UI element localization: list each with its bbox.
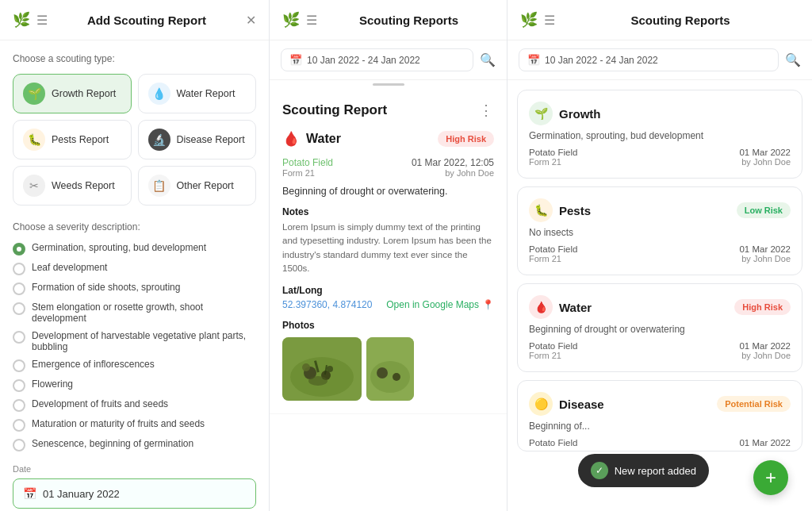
water-label: Water Report	[177, 88, 236, 99]
open-maps-text: Open in Google Maps	[386, 299, 479, 310]
severity-label: Choose a severity description:	[13, 221, 256, 232]
right-search-icon[interactable]: 🔍	[785, 52, 801, 67]
radio-item-2[interactable]: Formation of side shoots, sprouting	[13, 282, 256, 295]
water-meta: Potato Field Form 21 01 Mar 2022 by John…	[529, 341, 791, 360]
middle-menu-icon[interactable]: ☰	[306, 13, 317, 28]
choose-type-label: Choose a scouting type:	[13, 53, 256, 64]
field-sub: Form 21	[282, 168, 333, 178]
left-close-icon[interactable]: ✕	[246, 13, 256, 28]
list-item-growth[interactable]: 🌱 Growth Germination, sprouting, bud dev…	[517, 90, 802, 179]
middle-search-icon[interactable]: 🔍	[480, 52, 496, 67]
coordinates[interactable]: 52.397360, 4.874120	[282, 299, 372, 310]
date-input[interactable]: 📅 01 January 2022	[13, 478, 256, 509]
middle-scroll: Scouting Report ⋮ 🩸 Water High Risk Pota…	[270, 89, 507, 511]
left-panel-header: 🌿 ☰ Add Scouting Report ✕	[0, 0, 269, 40]
date-value: 01 January 2022	[43, 488, 120, 500]
water-date: 01 Mar 2022	[739, 341, 791, 351]
report-risk-badge: High Risk	[438, 131, 494, 147]
radio-label-6: Flowering	[32, 378, 73, 390]
toast-notification: ✓ New report added	[578, 454, 709, 487]
middle-panel-title: Scouting Reports	[324, 13, 494, 27]
type-water[interactable]: 💧 Water Report	[138, 74, 257, 113]
report-title: Scouting Report	[282, 102, 387, 118]
type-disease[interactable]: 🔬 Disease Report	[138, 120, 257, 159]
add-report-fab[interactable]: +	[753, 460, 788, 495]
radio-label-4: Development of harvestable vegetative pl…	[32, 330, 256, 352]
report-title-row: Scouting Report ⋮	[282, 102, 494, 119]
photo-2[interactable]	[366, 337, 414, 401]
water-icon: 💧	[148, 83, 170, 105]
radio-circle-5	[13, 359, 25, 372]
latlong-section: Lat/Long 52.397360, 4.874120 Open in Goo…	[282, 285, 494, 310]
disease-type-label: Disease	[559, 398, 604, 411]
radio-item-1[interactable]: Leaf development	[13, 262, 256, 275]
middle-date-range[interactable]: 📅 10 Jan 2022 - 24 Jan 2022	[281, 48, 473, 71]
right-date-bar: 📅 10 Jan 2022 - 24 Jan 2022 🔍	[508, 40, 812, 80]
middle-report-card: Scouting Report ⋮ 🩸 Water High Risk Pota…	[270, 89, 507, 414]
right-panel-title: Scouting Reports	[561, 13, 799, 27]
disease-label: Disease Report	[177, 134, 245, 145]
report-type-label: 🩸 Water	[282, 130, 341, 148]
radio-circle-8	[13, 419, 25, 432]
growth-label: Growth Report	[52, 88, 116, 99]
water-by: by John Doe	[739, 351, 791, 360]
open-maps-link[interactable]: Open in Google Maps 📍	[386, 299, 494, 310]
photo-1[interactable]	[282, 337, 362, 401]
list-item-disease[interactable]: 🟡 Disease Potential Risk Beginning of...…	[517, 380, 802, 451]
radio-item-0[interactable]: Germination, sprouting, bud development	[13, 242, 256, 256]
date-field-label: Date	[13, 464, 256, 474]
more-options-icon[interactable]: ⋮	[479, 102, 494, 119]
type-pests[interactable]: 🐛 Pests Report	[13, 120, 132, 159]
radio-label-8: Maturation or maturity of fruits and see…	[32, 418, 205, 429]
growth-field: Potato Field	[529, 148, 577, 157]
weeds-icon: ✂	[23, 175, 45, 197]
right-menu-icon[interactable]: ☰	[544, 13, 555, 28]
radio-label-1: Leaf development	[32, 262, 107, 273]
pests-label: Pests Report	[52, 134, 109, 145]
growth-field-sub: Form 21	[529, 157, 577, 167]
disease-date: 01 Mar 2022	[739, 438, 791, 448]
pests-type-label: Pests	[559, 204, 591, 217]
disease-field: Potato Field	[529, 438, 577, 448]
radio-item-5[interactable]: Emergence of inflorescences	[13, 359, 256, 372]
growth-icon: 🌱	[23, 83, 45, 105]
radio-item-4[interactable]: Development of harvestable vegetative pl…	[13, 330, 256, 352]
radio-label-7: Development of fruits and seeds	[32, 398, 168, 409]
growth-type-label: Growth	[559, 107, 601, 121]
pests-field-sub: Form 21	[529, 254, 577, 263]
left-logo-icon: 🌿	[13, 11, 30, 29]
water-field-sub: Form 21	[529, 351, 577, 360]
radio-item-9[interactable]: Senescence, beginning of germination	[13, 438, 256, 451]
pests-risk-badge: Low Risk	[737, 202, 791, 218]
radio-item-3[interactable]: Stem elongation or rosette growth, shoot…	[13, 302, 256, 324]
tab-indicator	[373, 83, 404, 86]
type-other[interactable]: 📋 Other Report	[138, 166, 257, 206]
report-water-icon: 🩸	[282, 130, 300, 148]
disease-list-icon: 🟡	[529, 392, 553, 416]
date-icon: 📅	[23, 487, 36, 500]
radio-circle-0	[13, 243, 25, 256]
list-item-water[interactable]: 🩸 Water High Risk Beginning of drought o…	[517, 283, 802, 372]
radio-circle-6	[13, 379, 25, 392]
middle-logo-icon: 🌿	[282, 11, 300, 29]
water-list-type: 🩸 Water	[529, 295, 592, 319]
radio-item-7[interactable]: Development of fruits and seeds	[13, 398, 256, 412]
growth-list-icon: 🌱	[529, 102, 553, 125]
left-menu-icon[interactable]: ☰	[36, 13, 48, 28]
severity-section: Choose a severity description: Germinati…	[13, 221, 256, 451]
list-item-pests[interactable]: 🐛 Pests Low Risk No insects Potato Field…	[517, 186, 802, 275]
disease-risk-badge: Potential Risk	[717, 396, 791, 412]
growth-desc: Germination, sprouting, bud development	[529, 130, 791, 141]
radio-label-9: Senescence, beginning of germination	[32, 438, 193, 449]
radio-item-6[interactable]: Flowering	[13, 378, 256, 392]
right-date-range[interactable]: 📅 10 Jan 2022 - 24 Jan 2022	[519, 48, 779, 71]
water-list-icon: 🩸	[529, 295, 553, 319]
radio-label-3: Stem elongation or rosette growth, shoot…	[32, 302, 256, 324]
middle-date-bar: 📅 10 Jan 2022 - 24 Jan 2022 🔍	[270, 40, 507, 80]
type-weeds[interactable]: ✂ Weeds Report	[13, 166, 132, 206]
right-panel-header: 🌿 ☰ Scouting Reports	[508, 0, 812, 40]
radio-item-8[interactable]: Maturation or maturity of fruits and see…	[13, 418, 256, 432]
scouting-types-grid: 🌱 Growth Report 💧 Water Report 🐛 Pests R…	[13, 74, 256, 206]
type-growth[interactable]: 🌱 Growth Report	[13, 74, 132, 113]
water-field: Potato Field	[529, 341, 577, 351]
